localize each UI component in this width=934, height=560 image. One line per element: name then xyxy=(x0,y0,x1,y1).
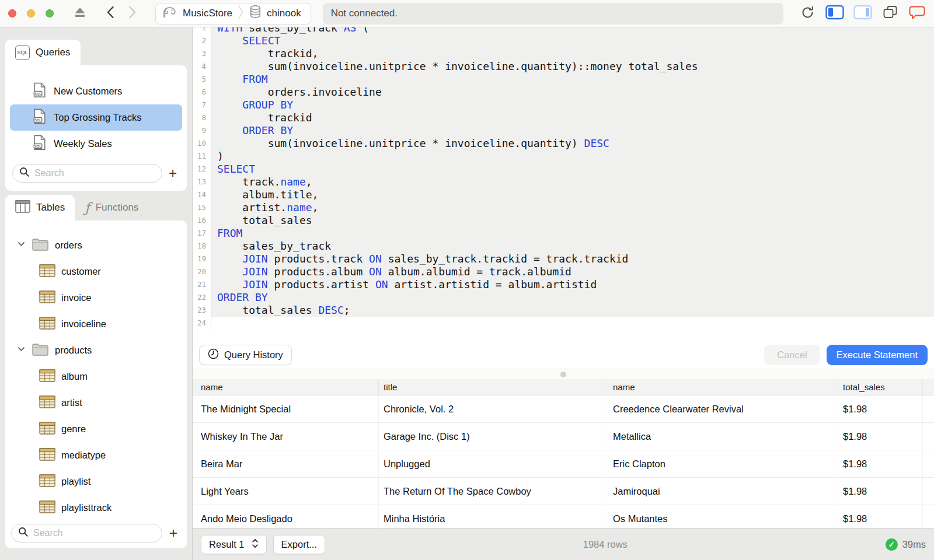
query-history-button[interactable]: Query History xyxy=(199,345,292,365)
table-search-field[interactable] xyxy=(11,524,162,542)
editor-line[interactable]: 22ORDER BY xyxy=(193,291,934,304)
table-cell[interactable]: $1.98 xyxy=(838,450,923,477)
editor-line[interactable]: 1WITH sales_by_track AS ( xyxy=(193,27,934,34)
toggle-right-sidebar-button[interactable] xyxy=(853,4,872,23)
column-header[interactable]: title xyxy=(379,379,608,395)
table-item[interactable]: genre xyxy=(5,416,187,442)
table-cell[interactable]: Chronicle, Vol. 2 xyxy=(379,396,608,422)
editor-line[interactable]: 5 FROM xyxy=(193,73,934,86)
table-item[interactable]: playlisttrack xyxy=(5,495,187,521)
editor-line[interactable]: 6 orders.invoiceline xyxy=(193,86,934,99)
editor-line[interactable]: 23 total_sales DESC; xyxy=(193,304,934,317)
editor-line[interactable]: 14 album.title, xyxy=(193,188,934,201)
table-cell[interactable]: $1.98 xyxy=(838,396,923,422)
reload-button[interactable] xyxy=(799,4,816,23)
editor-line[interactable]: 8 trackid xyxy=(193,111,934,124)
minimize-window-button[interactable] xyxy=(27,9,35,18)
add-table-button[interactable]: + xyxy=(166,526,181,541)
editor-line[interactable]: 15 artist.name, xyxy=(193,201,934,214)
editor-line[interactable]: 13 track.name, xyxy=(193,176,934,188)
close-window-button[interactable] xyxy=(8,9,16,18)
table-cell[interactable]: Metallica xyxy=(608,423,838,450)
breadcrumb-database[interactable]: chinook xyxy=(249,5,301,22)
sql-editor[interactable]: 1WITH sales_by_track AS (2 SELECT3 track… xyxy=(193,27,934,341)
editor-line[interactable]: 10 sum(invoiceline.unitprice * invoiceli… xyxy=(193,137,934,150)
table-row[interactable]: Whiskey In The JarGarage Inc. (Disc 1)Me… xyxy=(193,423,934,450)
tab-queries[interactable]: SQL Queries xyxy=(5,40,81,65)
editor-line[interactable]: 19 JOIN products.track ON sales_by_track… xyxy=(193,253,934,265)
table-item[interactable]: invoiceline xyxy=(5,311,187,337)
query-search-input[interactable] xyxy=(34,168,155,178)
schema-folder-item[interactable]: products xyxy=(5,337,187,363)
table-row[interactable]: Ando Meio DesligadoMinha HistóriaOs Muta… xyxy=(193,505,934,528)
export-button[interactable]: Export... xyxy=(273,535,325,554)
query-list-item[interactable]: SQLTop Grossing Tracks xyxy=(10,104,182,131)
table-cell[interactable]: Jamiroquai xyxy=(608,478,838,505)
zoom-window-button[interactable] xyxy=(46,9,54,18)
results-splitter[interactable] xyxy=(193,369,934,379)
breadcrumb-server[interactable]: MusicStore xyxy=(162,5,232,22)
table-cell[interactable]: Unplugged xyxy=(379,450,608,477)
editor-line[interactable]: 9 ORDER BY xyxy=(193,124,934,137)
windows-button[interactable] xyxy=(881,4,899,23)
editor-line[interactable]: 12SELECT xyxy=(193,163,934,176)
toggle-left-sidebar-button[interactable] xyxy=(825,4,844,23)
table-cell[interactable]: The Midnight Special xyxy=(193,396,379,422)
table-cell[interactable]: $1.98 xyxy=(838,478,923,505)
table-search-input[interactable] xyxy=(33,528,155,538)
editor-line[interactable]: 18 sales_by_track xyxy=(193,240,934,253)
table-cell[interactable]: The Return Of The Space Cowboy xyxy=(379,478,608,505)
query-list-item[interactable]: SQLWeekly Sales xyxy=(10,131,182,157)
table-icon xyxy=(39,317,55,332)
table-cell[interactable]: $1.98 xyxy=(838,423,923,450)
result-selector[interactable]: Result 1 xyxy=(201,535,267,554)
table-item[interactable]: mediatype xyxy=(5,442,187,468)
tab-tables[interactable]: Tables xyxy=(5,195,75,220)
editor-line[interactable]: 3 trackid, xyxy=(193,47,934,60)
forward-button[interactable] xyxy=(124,4,141,23)
column-header[interactable]: total_sales xyxy=(838,379,923,395)
disconnect-eject-button[interactable] xyxy=(71,4,89,23)
table-cell[interactable]: Light Years xyxy=(193,478,379,505)
editor-line[interactable]: 24 xyxy=(193,317,934,330)
table-cell[interactable]: Garage Inc. (Disc 1) xyxy=(379,423,608,450)
editor-line[interactable]: 7 GROUP BY xyxy=(193,99,934,111)
table-row[interactable]: The Midnight SpecialChronicle, Vol. 2Cre… xyxy=(193,396,934,423)
column-header[interactable]: name xyxy=(193,379,379,395)
add-query-button[interactable]: + xyxy=(166,166,180,181)
table-cell[interactable]: Ando Meio Desligado xyxy=(193,505,379,528)
table-item[interactable]: playlist xyxy=(5,468,187,495)
chevron-down-icon[interactable] xyxy=(17,240,26,251)
editor-line[interactable]: 17FROM xyxy=(193,227,934,240)
table-row[interactable]: Beira MarUnpluggedEric Clapton$1.98 xyxy=(193,450,934,478)
table-cell[interactable]: Os Mutantes xyxy=(608,505,838,528)
editor-line[interactable]: 16 total_sales xyxy=(193,214,934,227)
table-item[interactable]: customer xyxy=(5,258,187,285)
table-item[interactable]: album xyxy=(5,363,187,390)
table-cell[interactable]: Eric Clapton xyxy=(608,450,838,477)
chevron-down-icon[interactable] xyxy=(17,345,26,356)
editor-line[interactable]: 2 SELECT xyxy=(193,34,934,47)
splitter-handle-icon[interactable] xyxy=(560,372,566,377)
editor-line[interactable]: 4 sum(invoiceline.unitprice * invoicelin… xyxy=(193,60,934,73)
table-cell[interactable]: Creedence Clearwater Revival xyxy=(608,396,838,422)
editor-line[interactable]: 20 JOIN products.album ON album.albumid … xyxy=(193,265,934,278)
back-button[interactable] xyxy=(102,4,119,23)
table-item[interactable]: invoice xyxy=(5,285,187,311)
table-item[interactable]: artist xyxy=(5,390,187,416)
table-cell[interactable]: Minha História xyxy=(379,505,608,528)
cancel-button[interactable]: Cancel xyxy=(764,345,820,365)
query-search-field[interactable] xyxy=(12,164,162,183)
feedback-button[interactable] xyxy=(908,4,926,23)
table-cell[interactable]: $1.98 xyxy=(838,505,923,528)
table-row[interactable]: Light YearsThe Return Of The Space Cowbo… xyxy=(193,478,934,505)
editor-line[interactable]: 11) xyxy=(193,150,934,163)
table-cell[interactable]: Beira Mar xyxy=(193,450,379,477)
execute-statement-button[interactable]: Execute Statement xyxy=(827,345,928,365)
query-list-item[interactable]: SQLNew Customers xyxy=(10,78,182,104)
schema-folder-item[interactable]: orders xyxy=(5,232,187,258)
tab-functions[interactable]: ƒ Functions xyxy=(75,195,148,220)
column-header[interactable]: name xyxy=(608,379,838,395)
editor-line[interactable]: 21 JOIN products.artist ON artist.artist… xyxy=(193,278,934,291)
table-cell[interactable]: Whiskey In The Jar xyxy=(193,423,379,450)
